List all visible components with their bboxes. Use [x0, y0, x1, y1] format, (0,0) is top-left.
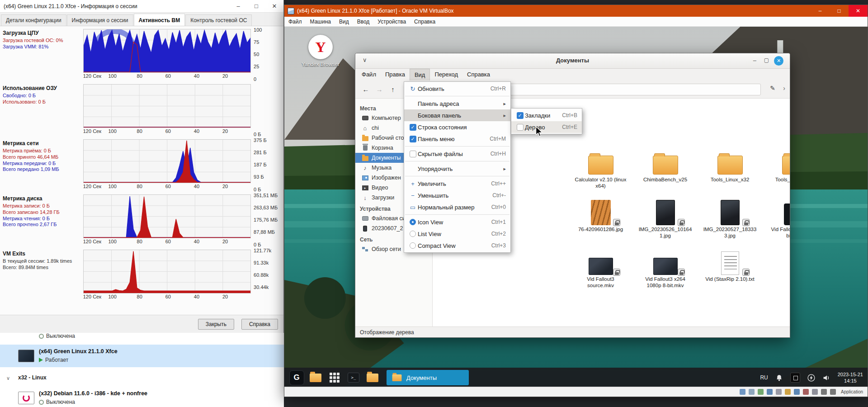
tab-2[interactable]: Информация о сессии — [67, 14, 133, 26]
vm-menu-Вид[interactable]: Вид — [335, 17, 353, 27]
menu-item-Обновить[interactable]: ↻ОбновитьCtrl+R — [404, 83, 510, 95]
file-IMG_20230526_101641.jpg[interactable]: IMG_20230526_101641.jpg — [633, 197, 698, 247]
chevron-down-icon[interactable]: ∨ — [6, 375, 10, 381]
maximize-icon[interactable]: ▢ — [764, 57, 769, 63]
file-label: Tools_Linux_x32 — [703, 177, 757, 183]
menu-item-Панель меню[interactable]: ✓Панель менюCtrl+M — [404, 133, 510, 145]
menu-item-label: Упорядочить — [418, 166, 453, 172]
menu-item-Скрытые файлы[interactable]: Скрытые файлыCtrl+H — [404, 148, 510, 160]
file-Tools_Linux_x64[interactable]: Tools_Linux_x64 — [762, 147, 790, 197]
chart-legend-item: Метрика передачи: 0 Б — [3, 161, 81, 167]
file-Vid Fallout3 AV1 10-bit.mkv[interactable]: Vid Fallout3 AV1 10-bit.mkv — [762, 197, 790, 247]
menu-item-Нормальный размер[interactable]: ▭Нормальный размерCtrl+0 — [404, 201, 510, 213]
file-IMG_20230527_183333.jpg[interactable]: IMG_20230527_183333.jpg — [698, 197, 762, 247]
tab-3[interactable]: Активность ВМ — [134, 14, 185, 26]
vm-menu-Файл[interactable]: Файл — [284, 17, 306, 27]
close-button[interactable]: Закрыть — [198, 319, 234, 330]
terminal-launcher[interactable]: >_ — [346, 370, 361, 385]
vm-menu-Устройства[interactable]: Устройства — [373, 17, 410, 27]
minimize-icon[interactable]: – — [229, 0, 247, 13]
menu-item-Закладки[interactable]: ✓ЗакладкиCtrl+B — [511, 109, 582, 121]
close-icon[interactable]: ✕ — [265, 0, 283, 13]
green-linux-logo-icon: G — [289, 370, 304, 385]
file-ChimbaBench_v25[interactable]: ChimbaBench_v25 — [633, 147, 698, 197]
folder-icon — [362, 135, 368, 141]
fm-menu-Справка[interactable]: Справка — [462, 69, 495, 80]
menu-item-Панель адреса[interactable]: Панель адреса▸ — [404, 98, 510, 109]
volume-icon[interactable] — [822, 374, 830, 382]
menu-item-Упорядочить[interactable]: Упорядочить▸ — [404, 163, 510, 175]
menu-item-label: Закладки — [525, 112, 550, 119]
vm-window: (x64) Green Linux 21.1.0 Xfce [Работает]… — [284, 5, 868, 397]
menu-item-Увеличить[interactable]: +УвеличитьCtrl++ — [404, 178, 510, 189]
help-button[interactable]: Справка — [241, 319, 278, 330]
fm-menu-Правка[interactable]: Правка — [381, 69, 410, 80]
close-icon[interactable]: ✕ — [774, 56, 783, 66]
menu-item-Icon View[interactable]: Icon ViewCtrl+1 — [404, 216, 510, 228]
session-titlebar[interactable]: (x64) Green Linux 21.1.0 Xfce - Информац… — [0, 0, 283, 13]
file-Tools_Linux_x32[interactable]: Tools_Linux_x32 — [698, 147, 762, 197]
tab-1[interactable]: Детали конфигурации — [1, 14, 66, 26]
file-Vid Fallout3 source.mkv[interactable]: Vid Fallout3 source.mkv — [568, 247, 633, 297]
minimize-icon[interactable]: – — [811, 5, 830, 17]
file-Vid Fallout3 x264 1080p 8-bit.mkv[interactable]: Vid Fallout3 x264 1080p 8-bit.mkv — [633, 247, 698, 297]
virtualbox-icon — [288, 8, 294, 14]
files-launcher[interactable] — [308, 370, 323, 385]
menu-item-Compact View[interactable]: Compact ViewCtrl+3 — [404, 240, 510, 251]
task-button-documents[interactable]: Документы — [387, 370, 469, 385]
folder-icon — [717, 156, 743, 175]
menu-item-label: Icon View — [418, 219, 443, 226]
vm-menu-Ввод[interactable]: Ввод — [353, 17, 374, 27]
notifications-bell-icon[interactable] — [775, 374, 783, 382]
back-icon[interactable]: ← — [359, 83, 373, 96]
vm-row-debian[interactable]: (x32) Debian 11.6.0 - i386 - kde + nonfr… — [0, 388, 284, 407]
forward-icon[interactable]: → — [373, 83, 386, 96]
power-manager-icon[interactable] — [807, 374, 815, 382]
vm-row-selected[interactable]: (x64) Green Linux 21.1.0 Xfce Работает — [0, 345, 284, 367]
fm-menu-Переход[interactable]: Переход — [430, 69, 462, 80]
session-window-title: (x64) Green Linux 21.1.0 Xfce - Информац… — [0, 3, 229, 9]
file-label: Tools_Linux_x64 — [768, 177, 790, 183]
chart-legend-item: Метрика записи: 0 Б — [3, 203, 81, 209]
vm-name: (x64) Green Linux 21.1.0 Xfce — [39, 348, 118, 355]
file-Vid (StaxRip 2.10).txt[interactable]: Vid (StaxRip 2.10).txt — [698, 247, 762, 297]
minimize-icon[interactable]: – — [753, 57, 756, 64]
vm-titlebar[interactable]: (x64) Green Linux 21.1.0 Xfce [Работает]… — [284, 5, 868, 17]
menu-item-List View[interactable]: List ViewCtrl+2 — [404, 228, 510, 240]
vm-row-partial[interactable]: Выключена — [0, 333, 284, 341]
desktop-icon-yandex-browser[interactable]: Y Yandex Browser — [300, 35, 341, 67]
file-label: Vid (StaxRip 2.10).txt — [703, 276, 757, 283]
menu-item-Уменьшить[interactable]: −УменьшитьCtrl+- — [404, 189, 510, 201]
vm-menubar: ФайлМашинаВидВводУстройстваСправка — [284, 17, 868, 27]
fm-menu-Файл[interactable]: Файл — [357, 69, 381, 80]
menu-item-Строка состояния[interactable]: ✓Строка состояния — [404, 121, 510, 133]
file-Calculator v2.10 (linux x64)[interactable]: Calculator v2.10 (linux x64) — [568, 147, 633, 197]
fm-menu-Вид[interactable]: Вид — [410, 69, 430, 80]
keyboard-layout-indicator[interactable]: RU — [760, 374, 768, 381]
file-manager-launcher[interactable] — [365, 370, 380, 385]
tab-4[interactable]: Контроль гостевой ОС — [185, 14, 252, 26]
menu-item-Боковая панель[interactable]: Боковая панель▸ — [404, 109, 510, 121]
toolbar-expander-icon[interactable]: › — [783, 85, 785, 92]
desktop-icon-label: Yandex Browser — [300, 62, 341, 67]
screenshot-tool-icon[interactable] — [790, 373, 800, 383]
clock[interactable]: 2023-15-21 14:15 — [838, 371, 863, 384]
maximize-icon[interactable]: □ — [247, 0, 265, 13]
file-manager-titlebar[interactable]: ∨ Документы – ▢ ✕ — [355, 53, 790, 69]
up-icon[interactable]: ↑ — [386, 83, 400, 96]
menu-item-Дерево[interactable]: ДеревоCtrl+E — [511, 121, 582, 133]
file-76-4209601286.jpg[interactable]: 76-4209601286.jpg — [568, 197, 633, 247]
vm-menu-Справка[interactable]: Справка — [410, 17, 439, 27]
vm-group-row[interactable]: ∨ x32 - Linux — [0, 374, 284, 384]
vm-display: Y Yandex Browser ∨ Документы – ▢ ✕ ФайлП… — [284, 27, 868, 388]
chart-labels-net: Метрика сетиМетрика приёма: 0 БВсего при… — [3, 139, 83, 190]
edit-location-icon[interactable]: ✎ — [770, 85, 775, 92]
chart-plot-area-exits — [83, 250, 251, 293]
close-icon[interactable]: ✕ — [849, 5, 868, 17]
vm-menu-Машина[interactable]: Машина — [306, 17, 335, 27]
app-grid-launcher[interactable] — [327, 370, 342, 385]
menu-item-label: Нормальный размер — [418, 204, 474, 211]
app-menu-button[interactable]: G — [289, 370, 304, 385]
maximize-icon[interactable]: □ — [830, 5, 849, 17]
sidebar-item-label: Документы — [372, 155, 401, 161]
